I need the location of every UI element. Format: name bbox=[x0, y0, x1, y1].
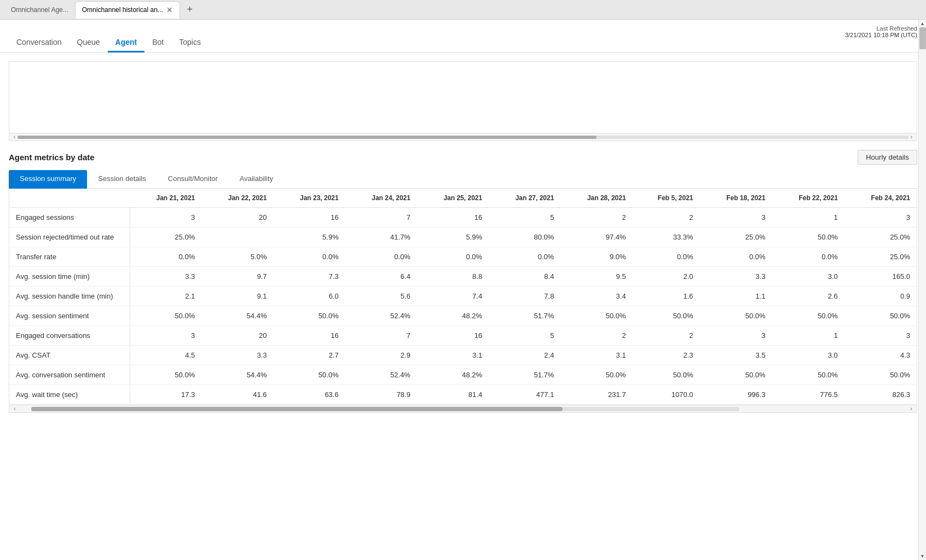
tab-consult-monitor[interactable]: Consult/Monitor bbox=[157, 170, 229, 189]
metric-value: 50.0% bbox=[844, 365, 917, 385]
metric-value: 16 bbox=[417, 326, 489, 346]
metric-value: 3 bbox=[130, 208, 201, 228]
metric-value: 2.9 bbox=[345, 346, 417, 365]
metric-value: 33.3% bbox=[633, 228, 700, 247]
col-header-jan28: Jan 28, 2021 bbox=[560, 189, 632, 208]
tab-availability[interactable]: Availability bbox=[229, 170, 284, 189]
horizontal-scroll-track[interactable] bbox=[18, 136, 908, 139]
metric-value: 0.0% bbox=[633, 247, 700, 267]
metric-value: 5.9% bbox=[417, 228, 489, 247]
metric-label: Avg. session time (min) bbox=[9, 267, 130, 287]
metric-value: 48.2% bbox=[417, 365, 489, 385]
metric-value: 7.4 bbox=[417, 287, 489, 306]
metric-label: Engaged sessions bbox=[9, 208, 130, 228]
metric-value: 1 bbox=[772, 326, 844, 346]
metric-value: 3.3 bbox=[700, 267, 772, 287]
table-bottom-scroll[interactable]: ‹ › bbox=[9, 405, 917, 412]
metrics-header: Agent metrics by date Hourly details bbox=[9, 150, 917, 165]
metric-value: 0.9 bbox=[844, 287, 917, 306]
nav-topics[interactable]: Topics bbox=[171, 33, 209, 52]
col-header-jan21: Jan 21, 2021 bbox=[130, 189, 201, 208]
metric-value: 8.4 bbox=[489, 267, 560, 287]
metric-value: 3.4 bbox=[560, 287, 632, 306]
metric-value: 3 bbox=[700, 208, 772, 228]
metric-value: 2.6 bbox=[772, 287, 844, 306]
metric-value: 50.0% bbox=[772, 365, 844, 385]
metric-value: 20 bbox=[201, 208, 273, 228]
metric-value: 2.4 bbox=[489, 346, 560, 365]
metric-value: 9.7 bbox=[201, 267, 273, 287]
nav-queue[interactable]: Queue bbox=[70, 33, 108, 52]
tab-session-details[interactable]: Session details bbox=[87, 170, 157, 189]
metric-value: 2 bbox=[560, 326, 632, 346]
table-row: Avg. session handle time (min)2.19.16.05… bbox=[9, 287, 917, 306]
metric-value: 9.5 bbox=[560, 267, 632, 287]
metric-value: 5 bbox=[489, 326, 560, 346]
scroll-left-arrow[interactable]: ‹ bbox=[11, 134, 18, 140]
metric-value bbox=[201, 228, 273, 247]
table-scroll-left-arrow[interactable]: ‹ bbox=[9, 406, 20, 412]
col-header-jan25: Jan 25, 2021 bbox=[417, 189, 489, 208]
metric-value: 50.0% bbox=[700, 306, 772, 326]
metric-value: 16 bbox=[273, 208, 345, 228]
metric-value: 0.0% bbox=[345, 247, 417, 267]
metric-value: 3 bbox=[130, 326, 201, 346]
nav-bot[interactable]: Bot bbox=[144, 33, 171, 52]
table-row: Avg. conversation sentiment50.0%54.4%50.… bbox=[9, 365, 917, 385]
scroll-down-arrow[interactable]: ▼ bbox=[919, 552, 927, 560]
new-tab-button[interactable]: + bbox=[182, 2, 198, 18]
metric-value: 2.7 bbox=[273, 346, 345, 365]
metric-value: 7 bbox=[345, 326, 417, 346]
table-row: Avg. session time (min)3.39.77.36.48.88.… bbox=[9, 267, 917, 287]
col-header-jan23: Jan 23, 2021 bbox=[273, 189, 345, 208]
col-header-feb24: Feb 24, 2021 bbox=[844, 189, 917, 208]
top-nav: Conversation Queue Agent Bot Topics Last… bbox=[0, 20, 926, 52]
metrics-table-container[interactable]: Jan 21, 2021 Jan 22, 2021 Jan 23, 2021 J… bbox=[9, 189, 917, 413]
metric-value: 3 bbox=[844, 326, 917, 346]
chart-area: ‹ › bbox=[9, 61, 917, 141]
metric-value: 25.0% bbox=[844, 228, 917, 247]
table-row: Avg. CSAT4.53.32.72.93.12.43.12.33.53.04… bbox=[9, 346, 917, 365]
metric-value: 52.4% bbox=[345, 365, 417, 385]
metric-value: 7.8 bbox=[489, 287, 560, 306]
metric-value: 48.2% bbox=[417, 306, 489, 326]
tab-2[interactable]: Omnichannel historical an... ✕ bbox=[75, 1, 180, 19]
scroll-right-arrow[interactable]: › bbox=[908, 134, 915, 140]
metric-label: Avg. conversation sentiment bbox=[9, 365, 130, 385]
metric-value: 52.4% bbox=[345, 306, 417, 326]
metric-value: 5.0% bbox=[201, 247, 273, 267]
metric-value: 50.0% bbox=[560, 365, 632, 385]
metric-value: 6.4 bbox=[345, 267, 417, 287]
metric-value: 0.0% bbox=[489, 247, 560, 267]
table-scroll-track[interactable] bbox=[20, 405, 906, 413]
scroll-track[interactable] bbox=[919, 27, 927, 552]
table-scroll-inner bbox=[31, 407, 739, 411]
metric-label: Avg. session handle time (min) bbox=[9, 287, 130, 306]
tab-2-label: Omnichannel historical an... bbox=[82, 6, 163, 14]
metric-value: 50.0% bbox=[633, 306, 700, 326]
metric-value: 50.0% bbox=[273, 306, 345, 326]
tab-session-summary-label: Session summary bbox=[20, 174, 76, 183]
nav-conversation[interactable]: Conversation bbox=[9, 33, 70, 52]
metric-value: 5.9% bbox=[273, 228, 345, 247]
hourly-details-button[interactable]: Hourly details bbox=[858, 150, 917, 165]
last-refreshed: Last Refreshed 3/21/2021 10:18 PM (UTC) bbox=[845, 25, 917, 38]
page-scrollbar[interactable]: ▲ ▼ bbox=[918, 20, 926, 560]
table-scroll-right-arrow[interactable]: › bbox=[906, 406, 917, 412]
metric-value: 50.0% bbox=[772, 306, 844, 326]
tab-session-summary[interactable]: Session summary bbox=[9, 170, 87, 189]
new-tab-icon: + bbox=[187, 4, 193, 15]
metric-value: 3.5 bbox=[700, 346, 772, 365]
metric-value: 996.3 bbox=[700, 385, 772, 405]
scroll-up-arrow[interactable]: ▲ bbox=[919, 20, 927, 27]
metric-value: 4.3 bbox=[844, 346, 917, 365]
col-header-jan27: Jan 27, 2021 bbox=[489, 189, 560, 208]
metric-value: 776.5 bbox=[772, 385, 844, 405]
metric-value: 5.6 bbox=[345, 287, 417, 306]
table-header-row: Jan 21, 2021 Jan 22, 2021 Jan 23, 2021 J… bbox=[9, 189, 917, 208]
nav-agent[interactable]: Agent bbox=[108, 33, 145, 52]
close-tab-icon[interactable]: ✕ bbox=[166, 5, 173, 14]
metric-value: 3.0 bbox=[772, 267, 844, 287]
tab-1[interactable]: Omnichannel Age... bbox=[4, 1, 75, 19]
table-row: Engaged sessions32016716522313 bbox=[9, 208, 917, 228]
